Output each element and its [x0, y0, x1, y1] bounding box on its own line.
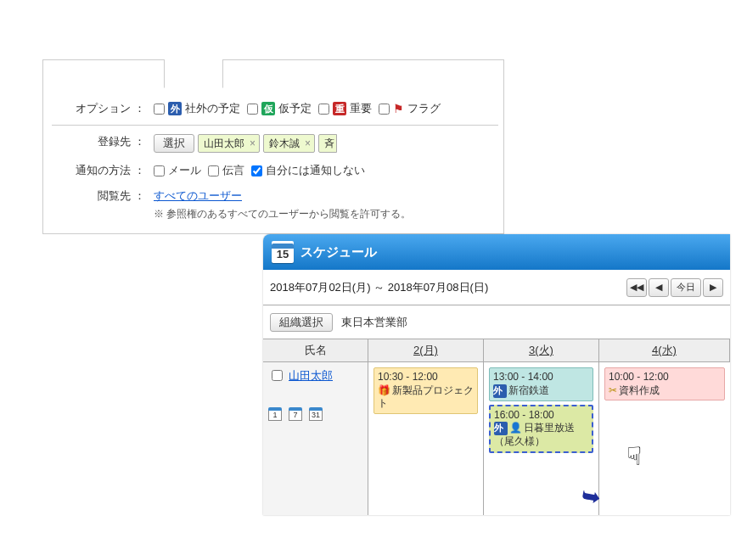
col-head-d2[interactable]: 2(月) — [368, 339, 484, 362]
org-bar: 組織選択 東日本営業部 — [263, 305, 730, 339]
row-options: オプション ： 外社外の予定 仮仮予定 重重要 ⚑フラグ — [52, 96, 498, 121]
day-view-icon[interactable]: 1 — [268, 407, 282, 421]
remove-icon[interactable]: × — [305, 137, 311, 149]
row-viewers: 閲覧先 ： すべてのユーザー ※ 参照権のあるすべてのユーザーから閲覧を許可する… — [52, 183, 498, 227]
tab-strip — [43, 60, 503, 89]
calendar-icon: 15 — [272, 241, 294, 263]
label-viewers: 閲覧先 ： — [52, 188, 154, 204]
options-panel: オプション ： 外社外の予定 仮仮予定 重重要 ⚑フラグ 登録先 ： 選択 山田… — [42, 59, 504, 234]
grid: 氏名 2(月) 3(火) 4(水) 山田太郎 1 7 31 10:30 - 12… — [263, 339, 730, 515]
flag-icon: ⚑ — [393, 102, 404, 115]
row-notify: 通知の方法 ： メール 伝言 自分には通知しない — [52, 158, 498, 183]
remove-icon[interactable]: × — [250, 137, 256, 149]
col-head-d3[interactable]: 3(火) — [484, 339, 599, 362]
date-range: 2018年07月02日(月) ～ 2018年07月08日(日) — [270, 280, 488, 295]
opt-external[interactable]: 外社外の予定 — [154, 101, 240, 116]
tentative-badge-icon: 仮 — [261, 102, 275, 115]
select-button[interactable]: 選択 — [154, 134, 194, 153]
label-register: 登録先 ： — [52, 134, 154, 149]
org-select-button[interactable]: 組織選択 — [270, 313, 333, 332]
event-nippori-dragging[interactable]: 16:00 - 18:00 外👤日暮里放送（尾久様） — [489, 405, 593, 453]
window-title: スケジュール — [300, 244, 377, 260]
notify-message[interactable]: 伝言 — [208, 163, 244, 178]
external-badge-icon: 外 — [493, 384, 507, 398]
event-docs[interactable]: 10:00 - 12:00 ✂資料作成 — [604, 367, 725, 400]
gift-icon: 🎁 — [378, 384, 390, 398]
month-view-icon[interactable]: 31 — [309, 407, 323, 421]
opt-flag[interactable]: ⚑フラグ — [379, 101, 441, 116]
label-options: オプション ： — [52, 101, 154, 116]
event-project[interactable]: 10:30 - 12:00 🎁新製品プロジェクト — [374, 367, 478, 414]
notify-mail[interactable]: メール — [154, 163, 201, 178]
opt-important[interactable]: 重重要 — [318, 101, 372, 116]
name-cell: 山田太郎 1 7 31 — [263, 362, 368, 515]
cell-d4: 10:00 - 12:00 ✂資料作成 — [599, 362, 730, 515]
user-link[interactable]: 山田太郎 — [289, 368, 333, 384]
assignee-pill-1[interactable]: 鈴木誠× — [263, 134, 315, 153]
view-icons: 1 7 31 — [268, 407, 362, 421]
assignee-pill-0[interactable]: 山田太郎× — [198, 134, 260, 153]
viewers-note: ※ 参照権のあるすべてのユーザーから閲覧を許可する。 — [154, 207, 498, 221]
toolbar: 2018年07月02日(月) ～ 2018年07月08日(日) ◀◀ ◀ 今日 … — [263, 270, 730, 305]
title-bar: 15 スケジュール — [263, 234, 730, 270]
nav-today-button[interactable]: 今日 — [671, 278, 701, 297]
col-head-d4[interactable]: 4(水) — [599, 339, 730, 362]
nav-prev-button[interactable]: ◀ — [649, 278, 669, 297]
cell-d2: 10:30 - 12:00 🎁新製品プロジェクト — [368, 362, 484, 515]
assignee-pill-2[interactable]: 斉 — [318, 134, 337, 153]
external-badge-icon: 外 — [494, 422, 508, 435]
col-head-name: 氏名 — [263, 339, 368, 362]
week-view-icon[interactable]: 7 — [289, 407, 302, 421]
row-register: 登録先 ： 選択 山田太郎× 鈴木誠× 斉 — [52, 129, 498, 158]
cell-d3: 13:00 - 14:00 外新宿鉄道 16:00 - 18:00 外👤日暮里放… — [484, 362, 599, 515]
opt-tentative[interactable]: 仮仮予定 — [247, 101, 312, 116]
label-notify: 通知の方法 ： — [52, 163, 154, 178]
org-name: 東日本営業部 — [341, 315, 407, 330]
notify-no-self[interactable]: 自分には通知しない — [251, 163, 365, 178]
scissors-icon: ✂ — [609, 384, 617, 398]
schedule-window: 15 スケジュール 2018年07月02日(月) ～ 2018年07月08日(日… — [263, 234, 730, 515]
user-checkbox[interactable] — [272, 370, 283, 381]
nav-first-button[interactable]: ◀◀ — [626, 278, 647, 297]
active-tab[interactable] — [164, 59, 223, 88]
nav-next-button[interactable]: ▶ — [703, 278, 723, 297]
external-badge-icon: 外 — [168, 102, 182, 115]
person-icon: 👤 — [509, 422, 522, 435]
important-badge-icon: 重 — [333, 102, 346, 115]
event-shinjuku[interactable]: 13:00 - 14:00 外新宿鉄道 — [489, 367, 593, 401]
all-users-link[interactable]: すべてのユーザー — [154, 189, 242, 202]
